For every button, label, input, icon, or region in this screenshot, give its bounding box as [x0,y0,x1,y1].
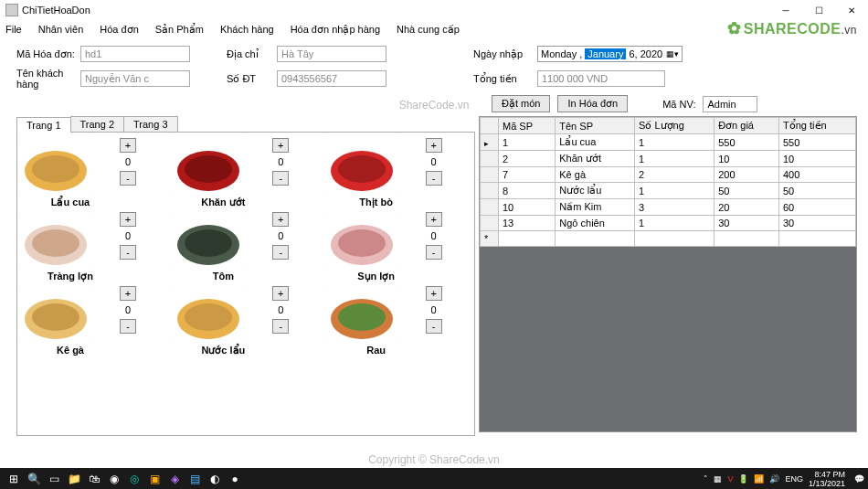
input-tongtien[interactable] [537,70,665,87]
food-image[interactable] [172,286,245,343]
row-header[interactable] [481,183,499,199]
food-image[interactable] [325,212,398,269]
window-title: ChiTietHoaDon [22,5,90,16]
menu-sanpham[interactable]: Sản Phẩm [155,24,204,36]
qty-minus-button[interactable]: - [120,171,136,186]
minimize-button[interactable]: ─ [769,0,802,20]
qty-minus-button[interactable]: - [426,245,442,260]
explorer-icon[interactable]: 📁 [64,469,84,489]
food-image[interactable] [325,286,398,343]
qty-minus-button[interactable]: - [426,171,442,186]
table-row[interactable]: 1Lẩu cua1550550 [481,134,856,151]
qty-minus-button[interactable]: - [272,245,289,260]
qty-plus-button[interactable]: + [426,138,442,153]
qty-minus-button[interactable]: - [120,319,136,334]
datmon-button[interactable]: Đặt món [492,95,550,112]
chrome-icon[interactable]: ◉ [104,469,124,489]
qty-plus-button[interactable]: + [120,286,136,301]
menu-ncc[interactable]: Nhà cung cấp [397,24,460,36]
input-mahoadon[interactable] [80,46,190,62]
food-item: + 0 - Nước lẩu [172,286,318,356]
food-image[interactable] [172,212,245,269]
date-picker[interactable]: Monday, January 6, 2020 ▦▾ [537,46,683,62]
food-image[interactable] [172,138,245,195]
row-header[interactable] [481,134,499,151]
qty-plus-button[interactable]: + [426,212,442,227]
input-tenkh[interactable] [80,70,190,87]
tray-battery-icon[interactable]: 🔋 [738,474,748,484]
food-image[interactable] [19,286,92,343]
qty-value: 0 [272,154,289,169]
qty-plus-button[interactable]: + [120,212,136,227]
maximize-button[interactable]: ☐ [802,0,835,20]
app-icon [5,4,18,16]
input-sodt[interactable] [277,70,386,87]
row-header[interactable] [481,199,499,216]
tab-trang3[interactable]: Trang 3 [123,116,178,132]
svg-point-20 [32,303,79,331]
food-image[interactable] [325,138,398,195]
qty-minus-button[interactable]: - [120,245,136,260]
grid-header[interactable]: Tên SP [556,118,635,134]
menu-nhanvien[interactable]: Nhân viên [38,24,84,35]
menu-hoadonnhap[interactable]: Hóa đơn nhập hàng [291,24,380,36]
table-row[interactable]: 2Khăn ướt11010 [481,151,856,167]
new-row-header[interactable]: * [481,231,499,247]
tray-wifi-icon[interactable]: 📶 [754,474,764,484]
start-icon[interactable]: ⊞ [4,469,24,489]
menu-hoadon[interactable]: Hóa đơn [100,24,138,36]
table-row[interactable]: 13Ngô chiên13030 [481,216,856,231]
tray-up-icon[interactable]: ˄ [704,474,708,484]
grid-header[interactable]: Tổng tiền [779,118,856,134]
menu-file[interactable]: File [5,24,22,35]
table-row[interactable]: 8Nước lẩu15050 [481,183,856,199]
row-header[interactable] [481,216,499,231]
search-icon[interactable]: 🔍 [24,469,44,489]
taskview-icon[interactable]: ▭ [44,469,64,489]
order-grid[interactable]: Mã SPTên SPSố LượngĐơn giáTổng tiền 1Lẩu… [479,116,857,432]
grid-header[interactable]: Mã SP [499,118,556,134]
qty-plus-button[interactable]: + [272,212,289,227]
edge-icon[interactable]: ◎ [124,469,144,489]
food-image[interactable] [19,138,92,195]
food-item: + 0 - Lẩu cua [19,138,165,208]
qty-plus-button[interactable]: + [426,286,442,301]
label-manv: Mã NV: [662,99,695,110]
tab-trang1[interactable]: Trang 1 [16,117,71,133]
tray-lang[interactable]: ENG [785,474,803,484]
tray-defender-icon[interactable]: ▦ [714,474,722,484]
tray-v-icon[interactable]: V [727,474,733,484]
sql-icon[interactable]: ▤ [185,469,205,489]
table-row[interactable]: 7Kê gà2200400 [481,167,856,183]
qty-value: 0 [272,229,289,243]
vs-icon[interactable]: ◈ [164,469,185,489]
watermark-footer: Copyright © ShareCode.vn [368,453,500,466]
input-manv[interactable] [703,96,757,112]
grid-header[interactable]: Số Lượng [635,118,715,134]
row-header[interactable] [481,167,499,183]
close-button[interactable]: ✕ [835,0,868,20]
tab-trang2[interactable]: Trang 2 [70,116,125,132]
qty-minus-button[interactable]: - [426,319,442,334]
tray-notif-icon[interactable]: 💬 [854,474,864,484]
inhoadon-button[interactable]: In Hóa đơn [557,95,628,112]
tray-volume-icon[interactable]: 🔊 [769,474,779,484]
menu-khachhang[interactable]: Khách hàng [220,24,274,35]
table-row[interactable]: 10Nấm Kim32060 [481,199,856,216]
qty-minus-button[interactable]: - [272,171,289,186]
word-icon[interactable]: ▣ [144,469,164,489]
input-diachi[interactable] [277,46,386,62]
food-item: + 0 - Tôm [172,212,318,282]
qty-plus-button[interactable]: + [272,138,289,153]
food-image[interactable] [19,212,92,269]
app-icon-task[interactable]: ◐ [205,469,225,489]
calendar-icon: ▦▾ [666,49,679,58]
qty-minus-button[interactable]: - [272,319,289,334]
tray-clock[interactable]: 8:47 PM 1/13/2021 [809,470,845,488]
row-header[interactable] [481,151,499,167]
qty-plus-button[interactable]: + [272,286,289,301]
store-icon[interactable]: 🛍 [84,469,104,489]
qty-plus-button[interactable]: + [120,138,136,153]
app2-icon[interactable]: ● [225,469,245,489]
grid-header[interactable]: Đơn giá [715,118,779,134]
